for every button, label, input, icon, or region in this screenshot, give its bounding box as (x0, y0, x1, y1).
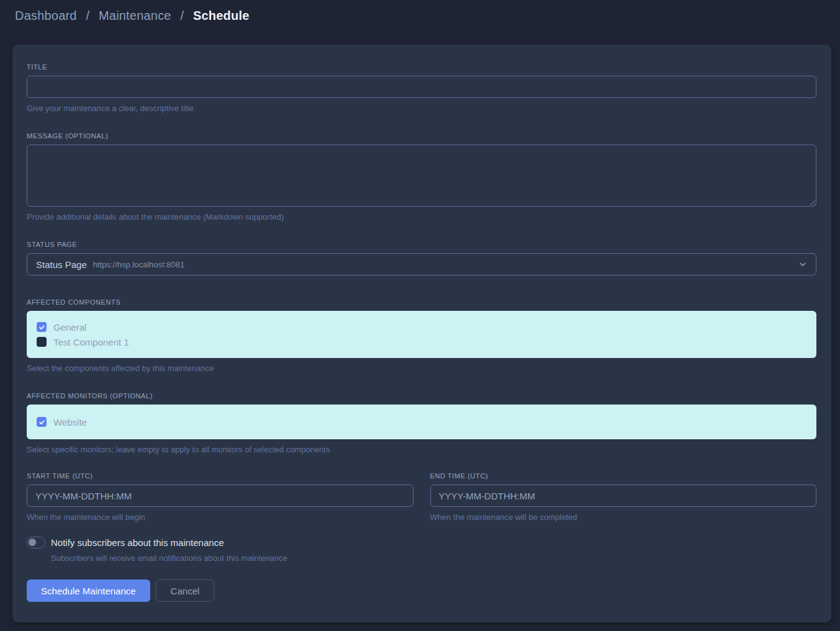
status-page-selected-name: Status Page (36, 259, 87, 270)
breadcrumb-separator: / (86, 9, 89, 22)
affected-components-box: General Test Component 1 (27, 311, 816, 358)
checkbox-general[interactable] (37, 322, 47, 332)
component-row-test-component-1[interactable]: Test Component 1 (37, 334, 806, 349)
schedule-maintenance-button[interactable]: Schedule Maintenance (27, 580, 150, 602)
message-helper: Provide additional details about the mai… (27, 212, 816, 222)
breadcrumb: Dashboard / Maintenance / Schedule (15, 9, 250, 23)
notify-helper: Subscribers will receive email notificat… (51, 553, 816, 563)
form-actions: Schedule Maintenance Cancel (27, 580, 816, 602)
checkmark-icon (38, 324, 45, 331)
schedule-maintenance-card: TITLE Give your maintenance a clear, des… (12, 45, 831, 622)
checkbox-test-component-1[interactable] (37, 337, 47, 347)
breadcrumb-maintenance[interactable]: Maintenance (99, 9, 171, 22)
title-input[interactable] (27, 76, 816, 98)
message-label: MESSAGE (OPTIONAL) (27, 132, 816, 140)
start-time-group: START TIME (UTC) When the maintenance wi… (27, 472, 413, 522)
monitor-row-website[interactable]: Website (37, 414, 806, 429)
cancel-button[interactable]: Cancel (156, 580, 215, 602)
start-time-input[interactable] (27, 485, 413, 507)
notify-group: Notify subscribers about this maintenanc… (27, 537, 816, 563)
end-time-label: END TIME (UTC) (430, 472, 817, 480)
status-page-selected-url: https://hsp.localhost:8081 (93, 260, 184, 269)
breadcrumb-schedule: Schedule (193, 9, 250, 22)
notify-label: Notify subscribers about this maintenanc… (51, 537, 224, 548)
affected-monitors-group: AFFECTED MONITORS (OPTIONAL) Website Sel… (27, 392, 816, 454)
breadcrumb-dashboard[interactable]: Dashboard (15, 9, 77, 22)
title-label: TITLE (27, 63, 816, 71)
affected-components-group: AFFECTED COMPONENTS General Test Compone… (27, 298, 816, 373)
start-time-label: START TIME (UTC) (27, 472, 413, 480)
end-time-input[interactable] (430, 485, 817, 507)
component-label-test-component-1: Test Component 1 (53, 337, 129, 347)
title-group: TITLE Give your maintenance a clear, des… (27, 63, 816, 113)
component-row-general[interactable]: General (37, 320, 806, 334)
status-page-group: STATUS PAGE Status Page https://hsp.loca… (27, 241, 816, 275)
title-helper: Give your maintenance a clear, descripti… (27, 104, 816, 113)
affected-components-label: AFFECTED COMPONENTS (27, 298, 816, 306)
toggle-knob (29, 539, 36, 546)
checkmark-icon (38, 419, 45, 426)
topbar: Dashboard / Maintenance / Schedule (0, 0, 840, 31)
breadcrumb-separator: / (180, 9, 184, 22)
end-time-helper: When the maintenance will be completed (430, 512, 817, 522)
time-grid: START TIME (UTC) When the maintenance wi… (27, 472, 816, 522)
end-time-group: END TIME (UTC) When the maintenance will… (430, 472, 817, 522)
component-label-general: General (53, 322, 86, 333)
message-group: MESSAGE (OPTIONAL) Provide additional de… (27, 132, 816, 222)
monitor-label-website: Website (53, 417, 87, 427)
message-textarea[interactable] (27, 145, 816, 207)
checkbox-website[interactable] (37, 417, 47, 427)
affected-monitors-box: Website (27, 405, 816, 439)
affected-monitors-helper: Select specific monitors; leave empty to… (27, 445, 816, 454)
notify-toggle[interactable] (27, 537, 45, 548)
affected-components-helper: Select the components affected by this m… (27, 364, 816, 373)
status-page-select[interactable]: Status Page https://hsp.localhost:8081 (27, 253, 816, 275)
affected-monitors-label: AFFECTED MONITORS (OPTIONAL) (27, 392, 816, 400)
start-time-helper: When the maintenance will begin (27, 512, 413, 522)
status-page-label: STATUS PAGE (27, 241, 816, 248)
chevron-down-icon (798, 260, 807, 269)
